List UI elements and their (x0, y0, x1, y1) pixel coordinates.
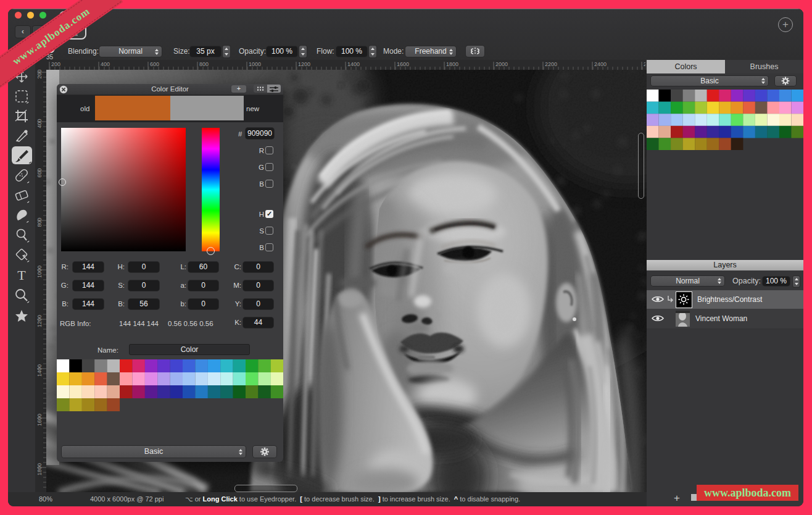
svg-text:T: T (17, 267, 26, 283)
svg-text:1200: 1200 (298, 61, 310, 67)
svg-text:200: 200 (51, 61, 60, 67)
svg-text:1800: 1800 (446, 61, 458, 67)
svg-text:600: 600 (36, 168, 43, 177)
svg-text:800: 800 (36, 217, 43, 227)
svg-text:2200: 2200 (545, 61, 557, 67)
svg-text:600: 600 (150, 61, 159, 67)
svg-text:800: 800 (199, 61, 209, 67)
svg-text:1800: 1800 (36, 463, 43, 475)
svg-text:1400: 1400 (36, 364, 43, 377)
svg-text:2400: 2400 (594, 61, 607, 67)
svg-text:400: 400 (101, 61, 110, 67)
svg-text:1200: 1200 (36, 315, 43, 327)
svg-text:1400: 1400 (347, 61, 360, 67)
svg-text:200: 200 (36, 70, 43, 79)
svg-text:1000: 1000 (36, 266, 43, 278)
svg-text:2600: 2600 (644, 61, 645, 67)
svg-text:1000: 1000 (249, 61, 261, 67)
svg-text:400: 400 (36, 119, 43, 128)
svg-text:1600: 1600 (397, 61, 409, 67)
svg-text:1600: 1600 (36, 414, 43, 426)
svg-text:2000: 2000 (495, 61, 508, 67)
